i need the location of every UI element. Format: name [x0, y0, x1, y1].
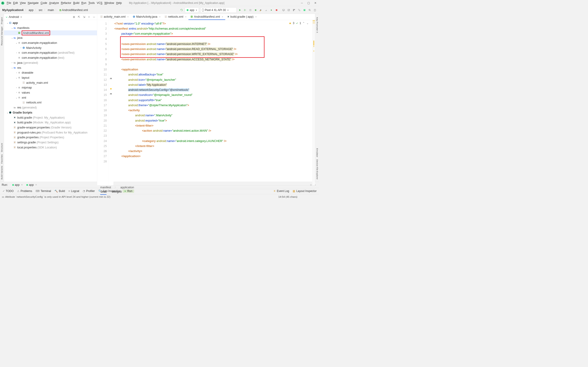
menu-window[interactable]: Window: [103, 1, 115, 5]
device-dropdown[interactable]: Pixel 4 XL API 30 ▼: [200, 7, 237, 13]
bottom-todo[interactable]: ✓TODO: [1, 190, 15, 193]
tree-item[interactable]: ⌄manifests: [4, 25, 97, 31]
menu-tools[interactable]: Tools: [87, 1, 96, 5]
rail-project[interactable]: Project: [1, 17, 3, 24]
breadcrumb-2[interactable]: src: [38, 8, 43, 12]
close-tab-icon[interactable]: ×: [255, 15, 257, 18]
project-tree[interactable]: ⌄app⌄manifestsMFAndroidManifest.xml⌄java…: [4, 20, 97, 182]
run-config-dropdown[interactable]: app ▼: [185, 7, 199, 13]
breadcrumb-1[interactable]: app: [28, 8, 34, 12]
menu-refactor[interactable]: Refactor: [60, 1, 72, 5]
breadcrumb-0[interactable]: MyApplication4: [2, 8, 24, 12]
rail-structure[interactable]: Structure: [1, 143, 3, 152]
tree-item[interactable]: build.gradle(Module: My_Application.app): [4, 120, 97, 125]
maximize-button[interactable]: ▢: [307, 2, 310, 5]
tree-item[interactable]: gradle.properties(Project Properties): [4, 135, 97, 140]
bottom-profiler[interactable]: ◔Profiler: [81, 190, 97, 193]
breadcrumb-4[interactable]: MFAndroidManifest.xml: [58, 8, 89, 12]
tree-item[interactable]: ›mipmap: [4, 85, 97, 90]
minimize-button[interactable]: ─: [300, 2, 303, 5]
apply-code-changes-icon[interactable]: [248, 8, 253, 13]
run-tab[interactable]: app×: [10, 183, 25, 187]
rail-device-file-explorer[interactable]: Device File Explorer: [316, 159, 318, 179]
gear-icon[interactable]: [87, 15, 91, 19]
bottom-event-log[interactable]: ☀Event Log: [271, 190, 291, 193]
attach-debugger-icon[interactable]: [269, 8, 274, 13]
rail-favorites[interactable]: Favorites: [1, 154, 3, 164]
tree-item[interactable]: ›CMainActivity: [4, 45, 97, 50]
rail-key-promoter-x[interactable]: Key Promoter X: [316, 17, 318, 33]
tree-item[interactable]: ›values: [4, 90, 97, 95]
menu-analyze[interactable]: Analyze: [48, 1, 60, 5]
editor-tab[interactable]: </>activity_main.xml×: [98, 14, 131, 20]
tree-item[interactable]: ⌄com.example.myapplication: [4, 40, 97, 45]
editor-tab[interactable]: build.gradle (:app)×: [225, 14, 259, 20]
user-icon[interactable]: [312, 8, 317, 13]
close-tab-icon[interactable]: ×: [185, 15, 187, 18]
menu-build[interactable]: Build: [72, 1, 80, 5]
bottom-build[interactable]: 🔨Build: [53, 190, 67, 193]
rail-resource-manager[interactable]: Resource Manager: [1, 26, 3, 45]
close-tab-icon[interactable]: ×: [159, 15, 161, 18]
menu-view[interactable]: View: [19, 1, 27, 5]
stop-button[interactable]: [274, 8, 279, 13]
rail-build-variants[interactable]: Build Variants: [1, 166, 3, 180]
editor-tab[interactable]: MFAndroidManifest.xml×: [189, 14, 225, 20]
tree-item[interactable]: ›drawable: [4, 70, 97, 75]
bottom-app-inspection[interactable]: 🔍App Inspection: [96, 190, 122, 193]
tree-item[interactable]: ⌄xml: [4, 95, 97, 100]
bottom-run[interactable]: Run: [123, 190, 134, 193]
tree-item[interactable]: </>activity_main.xml: [4, 80, 97, 85]
run-button[interactable]: [237, 8, 242, 13]
rail-emulator[interactable]: Emulator: [316, 148, 318, 157]
close-tab-icon[interactable]: ×: [222, 15, 223, 18]
tree-item[interactable]: build.gradle(Project: My_Application): [4, 115, 97, 120]
editor-tab[interactable]: CMainActivity.java×: [131, 14, 163, 20]
menu-code[interactable]: Code: [40, 1, 48, 5]
coverage-icon[interactable]: [258, 8, 263, 13]
debug-button[interactable]: [253, 8, 258, 13]
inspection-widget[interactable]: ! 3 1 ⌃ ⌄: [289, 21, 309, 26]
sync-gradle-icon[interactable]: [179, 8, 184, 13]
menu-file[interactable]: File: [6, 1, 12, 5]
tree-item[interactable]: MFAndroidManifest.xml: [4, 30, 97, 35]
code-editor[interactable]: <?xml version="1.0" encoding="utf-8"?> <…: [113, 20, 312, 185]
expand-all-icon[interactable]: ⇱: [77, 15, 81, 19]
tree-item[interactable]: ›java(generated): [4, 60, 97, 65]
layout-inspector-icon[interactable]: [297, 8, 302, 13]
breadcrumb-3[interactable]: main: [47, 8, 55, 12]
resource-manager-icon[interactable]: [292, 8, 296, 13]
apply-changes-icon[interactable]: [242, 8, 248, 13]
run-tab[interactable]: app×: [25, 183, 39, 187]
bottom-terminal[interactable]: ⌨Terminal: [34, 190, 53, 193]
tree-item[interactable]: gradle-wrapper.properties(Gradle Version…: [4, 125, 97, 130]
tree-item[interactable]: </>nettools.xml: [4, 100, 97, 105]
profile-icon[interactable]: [264, 8, 269, 13]
tree-item[interactable]: settings.gradle(Project Settings): [4, 140, 97, 145]
close-button[interactable]: ✕: [314, 2, 317, 5]
context-info-icon[interactable]: ▭: [2, 195, 4, 198]
tree-item[interactable]: ›com.example.myapplication(androidTest): [4, 50, 97, 55]
editor-tab[interactable]: </>nettools.xml×: [163, 14, 189, 20]
breadcrumb-application[interactable]: application: [120, 186, 134, 189]
menu-navigate[interactable]: Navigate: [27, 1, 40, 5]
hide-panel-icon[interactable]: ─: [92, 15, 96, 19]
tree-item[interactable]: proguard-rules.pro(ProGuard Rules for My…: [4, 130, 97, 135]
menu-help[interactable]: Help: [115, 1, 123, 5]
bottom-logcat[interactable]: ≡Logcat: [67, 190, 81, 193]
sdk-manager-icon[interactable]: [286, 8, 291, 13]
project-view-selector[interactable]: Android ▼: [5, 15, 22, 19]
chevron-down-icon[interactable]: ⌄: [306, 21, 309, 26]
tree-item[interactable]: local.properties(SDK Location): [4, 145, 97, 150]
tree-item[interactable]: ⌄java: [4, 35, 97, 40]
tree-item[interactable]: res(generated): [4, 105, 97, 110]
breadcrumb-manifest[interactable]: manifest: [100, 186, 111, 189]
tree-item[interactable]: ⌄res: [4, 65, 97, 70]
search-icon[interactable]: [307, 8, 312, 13]
menu-run[interactable]: Run: [80, 1, 87, 5]
troubleshoot-icon[interactable]: ?: [302, 8, 307, 13]
collapse-all-icon[interactable]: ⇲: [82, 15, 86, 19]
tree-item[interactable]: ⌄layout: [4, 75, 97, 80]
bottom-layout-inspector[interactable]: ▦Layout Inspector: [291, 190, 318, 193]
menu-edit[interactable]: Edit: [12, 1, 19, 5]
